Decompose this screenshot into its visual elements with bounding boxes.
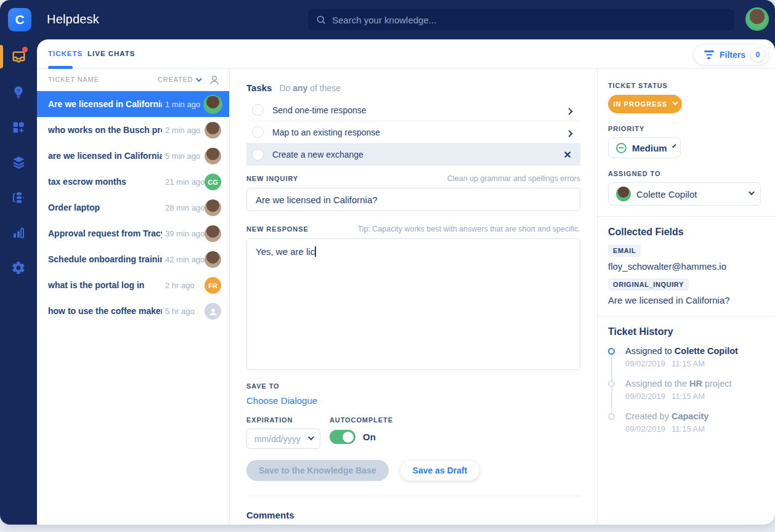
search-input[interactable]	[332, 15, 727, 25]
sidebar-item-settings[interactable]	[0, 250, 37, 285]
task-action[interactable]: ✕	[567, 127, 572, 139]
task-radio[interactable]	[252, 104, 264, 116]
collected-field: EMAIL floy_schowalter@hammes.io	[608, 238, 766, 272]
filters-button[interactable]: Filters 0	[694, 45, 769, 65]
ticket-row[interactable]: Order laptop 28 min ago	[37, 195, 229, 220]
ticket-created-time: 1 min ago	[165, 100, 200, 109]
notification-dot	[22, 47, 28, 52]
task-list: Send one-time response ✕ Map to an exist…	[246, 99, 580, 166]
new-response-textarea[interactable]: Yes, we are lic	[246, 238, 580, 370]
autocomplete-toggle[interactable]	[330, 430, 355, 444]
ticket-row[interactable]: who works on the Busch proj... 2 min ago	[37, 117, 229, 143]
workflows-icon	[11, 190, 26, 205]
task-row[interactable]: Create a new exchange ✕	[246, 143, 580, 166]
ticket-created-time: 5 min ago	[165, 151, 200, 161]
lightbulb-icon: ?	[11, 85, 26, 100]
svg-text:?: ?	[17, 87, 20, 93]
sidebar-item-knowledge[interactable]	[0, 145, 37, 180]
ticket-status-dropdown[interactable]: IN PROGRESS	[608, 95, 682, 113]
avatar	[205, 122, 221, 139]
save-draft-button[interactable]: Save as Draft	[400, 460, 481, 481]
app-window: C Helpdesk ?	[0, 0, 775, 525]
ticket-row[interactable]: Are we licensed in California? 1 min ago	[37, 91, 229, 117]
history-timestamp: 09/02/201911:15 AM	[625, 392, 766, 401]
task-action[interactable]: ✕	[564, 150, 572, 161]
ticket-row[interactable]: are we licensed in California? 5 min ago	[37, 143, 229, 169]
tab-bar: TICKETS LIVE CHATS Filters 0	[37, 39, 775, 69]
tasks-header: Tasks Do any of these	[246, 83, 580, 93]
filters-label: Filters	[720, 50, 745, 60]
history-event: Created by Capacity 09/02/201911:15 AM	[608, 411, 766, 444]
ticket-history-title: Ticket History	[608, 326, 766, 337]
task-radio[interactable]	[252, 149, 264, 161]
history-text: Created by Capacity	[625, 411, 766, 421]
new-inquiry-label: NEW INQUIRY	[246, 175, 298, 182]
chevron-right-icon	[566, 130, 572, 137]
comments-title: Comments	[246, 510, 580, 520]
main-card: TICKETS LIVE CHATS Filters 0 TICKET NAME…	[37, 39, 775, 525]
ticket-row[interactable]: tax escrow months 21 min ago CG	[37, 169, 229, 195]
choose-dialogue-link[interactable]: Choose Dialogue	[246, 395, 317, 406]
task-radio[interactable]	[252, 126, 264, 138]
tab-live-chats[interactable]: LIVE CHATS	[87, 50, 136, 57]
sidebar-item-analytics[interactable]	[0, 215, 37, 250]
search-icon	[315, 14, 327, 25]
expiration-date-select[interactable]: mm/dd/yyyy	[246, 429, 320, 449]
chevron-down-icon	[749, 189, 755, 195]
sidebar-item-workflows[interactable]	[0, 180, 37, 215]
ticket-list-header: TICKET NAME CREATED	[37, 69, 229, 91]
task-action[interactable]: ✕	[567, 105, 572, 116]
assignee-select[interactable]: Colette Copilot	[608, 182, 761, 206]
task-row[interactable]: Send one-time response ✕	[246, 99, 580, 121]
expiration-label: EXPIRATION	[246, 416, 330, 424]
column-created-sort[interactable]: CREATED	[158, 76, 200, 83]
ticket-created-time: 39 min ago	[165, 229, 205, 238]
ticket-status-label: TICKET STATUS	[608, 82, 766, 89]
chevron-down-icon	[196, 76, 202, 82]
ticket-title: who works on the Busch proj...	[48, 125, 162, 135]
new-inquiry-hint: Clean up grammar and spellings errors	[447, 174, 580, 183]
tab-tickets[interactable]: TICKETS	[48, 50, 83, 57]
ticket-row[interactable]: Schedule onboarding trainin... 42 min ag…	[37, 246, 229, 272]
ticket-created-time: 5 hr ago	[165, 307, 195, 316]
assignee-column-icon[interactable]	[208, 74, 221, 89]
global-search	[308, 9, 734, 30]
field-tag: EMAIL	[608, 244, 641, 257]
task-row[interactable]: Map to an existing response ✕	[246, 121, 580, 143]
sidebar-item-ideas[interactable]: ?	[0, 75, 37, 110]
settings-gear-icon	[11, 260, 26, 275]
save-to-label: SAVE TO	[246, 382, 580, 390]
autocomplete-state: On	[363, 432, 376, 442]
avatar	[205, 96, 221, 113]
ticket-list-panel: TICKET NAME CREATED Are we licensed in C…	[37, 69, 230, 525]
ticket-detail-panel: Tasks Do any of these Send one-time resp…	[230, 69, 598, 525]
ticket-title: Schedule onboarding trainin...	[48, 254, 162, 264]
timeline-marker-icon	[608, 381, 615, 387]
sidebar-item-apps[interactable]	[0, 110, 37, 145]
filters-count-badge: 0	[751, 48, 765, 62]
person-icon	[208, 307, 218, 316]
priority-label: PRIORITY	[608, 125, 766, 132]
new-inquiry-input[interactable]: Are we licensed in California?	[246, 188, 580, 211]
priority-select[interactable]: Medium	[608, 137, 681, 158]
ticket-created-time: 42 min ago	[165, 255, 205, 264]
save-knowledge-base-button[interactable]: Save to the Knowledge Base	[246, 460, 389, 481]
user-avatar[interactable]	[747, 9, 768, 30]
history-timestamp: 09/02/201911:15 AM	[625, 359, 766, 368]
task-label: Create a new exchange	[272, 150, 363, 159]
ticket-title: what is the portal log in	[48, 280, 144, 290]
ticket-row[interactable]: how to use the coffee maker 5 hr ago	[37, 298, 229, 324]
assignee-avatar	[616, 187, 631, 201]
timeline-marker-icon	[608, 348, 615, 355]
capacity-logo[interactable]: C	[8, 8, 31, 31]
sidebar-item-tickets-inbox[interactable]	[0, 39, 37, 75]
ticket-row[interactable]: what is the portal log in 2 hr ago FR	[37, 272, 229, 298]
task-label: Map to an existing response	[272, 127, 380, 137]
ticket-row[interactable]: Approval request from Tracy... 39 min ag…	[37, 220, 229, 246]
collected-field: ORIGINAL_INQUIRY Are we licensed in Cali…	[608, 272, 766, 305]
avatar	[205, 225, 221, 242]
chevron-down-icon	[672, 99, 678, 105]
field-value: floy_schowalter@hammes.io	[608, 261, 766, 272]
history-event: Assigned to the HR project 09/02/201911:…	[608, 379, 766, 411]
logo-letter: C	[15, 12, 24, 27]
